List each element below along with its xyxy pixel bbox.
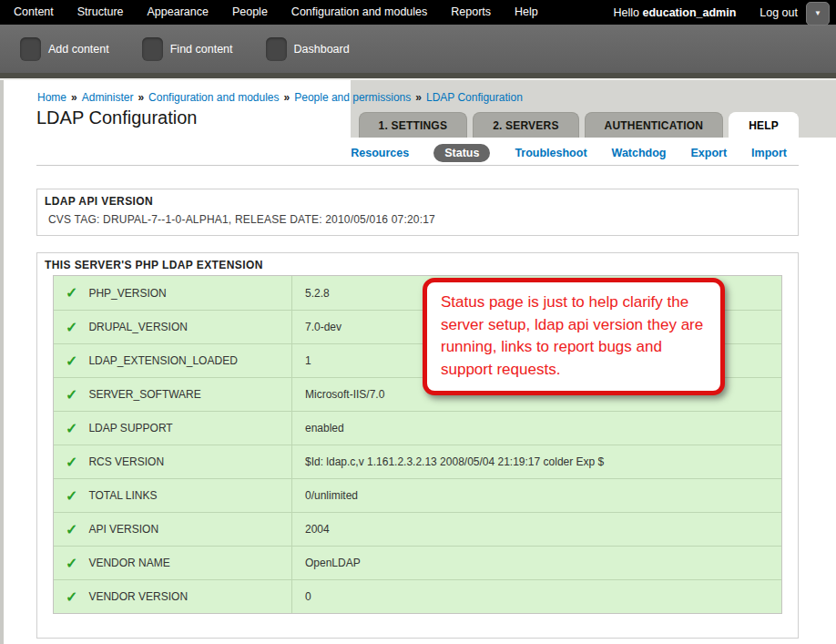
greeting: Hello education_admin (614, 6, 737, 19)
section-title: LDAP API VERSION (45, 195, 798, 208)
add-content-icon (20, 37, 41, 61)
cvs-tag-text: CVS TAG: DRUPAL-7--1-0-ALPHA1, RELEASE D… (48, 213, 798, 226)
shortcut-bar: Add content Find content Dashboard (0, 25, 836, 73)
breadcrumb-item: Configuration and modules» (148, 91, 294, 104)
check-icon: ✓ (66, 386, 77, 404)
admin-menu-item[interactable]: Structure (66, 0, 136, 25)
username: education_admin (642, 6, 736, 19)
admin-menu-item[interactable]: People (220, 0, 280, 25)
ldap-api-version-section: LDAP API VERSION CVS TAG: DRUPAL-7--1-0-… (36, 189, 799, 236)
table-row: ✓ API VERSION 2004 (54, 512, 781, 546)
secondary-tabs: ResourcesStatusTroubleshootWatchdogExpor… (351, 144, 787, 162)
primary-tab[interactable]: 1. SETTINGS (359, 112, 468, 138)
row-value: enabled (292, 422, 781, 434)
table-row: ✓ VENDOR VERSION 0 (54, 579, 781, 613)
chevron-down-icon: ▼ (814, 10, 821, 17)
admin-menu-item[interactable]: Configuration and modules (280, 0, 439, 25)
row-label: TOTAL LINKS (88, 489, 157, 502)
breadcrumb: Home»Administer»Configuration and module… (37, 91, 523, 104)
row-label: RCS VERSION (88, 455, 164, 468)
breadcrumb-link[interactable]: Home (37, 91, 66, 104)
check-icon: ✓ (66, 319, 77, 336)
page-title: LDAP Configuration (36, 107, 197, 128)
screen: ContentStructureAppearancePeopleConfigur… (0, 0, 836, 644)
shortcut-item[interactable]: Add content (20, 37, 109, 61)
primary-tab[interactable]: 2. SERVERS (473, 112, 578, 138)
secondary-tab[interactable]: Resources (351, 147, 409, 159)
breadcrumb-item: Home» (37, 91, 82, 104)
check-icon: ✓ (66, 555, 77, 572)
table-label-cell: ✓ TOTAL LINKS (54, 479, 292, 512)
breadcrumb-link[interactable]: Administer (82, 91, 134, 104)
page-content: Home»Administer»Configuration and module… (0, 80, 836, 644)
table-row: ✓ RCS VERSION $Id: ldap.c,v 1.161.2.3.2.… (54, 445, 781, 478)
admin-menu-item[interactable]: Help (503, 0, 550, 25)
check-icon: ✓ (66, 454, 77, 471)
find-content-icon (142, 37, 163, 61)
toolbar-toggle-button[interactable]: ▼ (806, 2, 830, 26)
toolbar-bottom-edge (0, 73, 836, 80)
breadcrumb-separator: » (138, 91, 144, 104)
secondary-tab[interactable]: Troubleshoot (515, 147, 586, 159)
greeting-prefix: Hello (614, 6, 640, 19)
admin-menu-item[interactable]: Reports (439, 0, 503, 25)
primary-tab[interactable]: AUTHENTICATION (585, 112, 724, 138)
tabs-divider (36, 165, 799, 166)
admin-menu-bar: ContentStructureAppearancePeopleConfigur… (0, 0, 836, 25)
secondary-tab[interactable]: Export (691, 147, 728, 159)
breadcrumb-item: People and permissions» (294, 91, 426, 104)
row-value: OpenLDAP (292, 557, 781, 569)
table-label-cell: ✓ SERVER_SOFTWARE (54, 378, 292, 411)
row-label: LDAP_EXTENSION_LOADED (88, 354, 237, 367)
breadcrumb-item: Administer» (82, 91, 148, 104)
breadcrumb-link[interactable]: LDAP Configuration (426, 91, 523, 104)
row-label: VENDOR VERSION (88, 590, 188, 603)
check-icon: ✓ (66, 588, 77, 606)
secondary-tab[interactable]: Watchdog (612, 147, 667, 159)
row-value: 2004 (292, 523, 781, 536)
secondary-tab[interactable]: Import (751, 147, 787, 159)
admin-menu: ContentStructureAppearancePeopleConfigur… (0, 0, 550, 25)
row-label: DRUPAL_VERSION (88, 321, 187, 333)
table-label-cell: ✓ PHP_VERSION (54, 276, 292, 310)
check-icon: ✓ (66, 521, 77, 538)
table-row: ✓ TOTAL LINKS 0/unlimited (54, 478, 781, 512)
admin-menu-item[interactable]: Content (2, 0, 66, 25)
logout-link[interactable]: Log out (760, 6, 798, 19)
table-label-cell: ✓ LDAP_EXTENSION_LOADED (54, 344, 292, 377)
row-label: VENDOR NAME (88, 557, 169, 569)
table-label-cell: ✓ VENDOR VERSION (54, 580, 292, 613)
breadcrumb-separator: » (284, 91, 291, 104)
breadcrumb-separator: » (415, 91, 422, 104)
admin-bar-account: Hello education_admin Log out (614, 6, 836, 19)
admin-menu-item[interactable]: Appearance (136, 0, 220, 25)
table-row: ✓ VENDOR NAME OpenLDAP (54, 546, 781, 579)
shortcut-item[interactable]: Dashboard (266, 37, 350, 61)
row-label: LDAP SUPPORT (88, 422, 172, 434)
annotation-callout: Status page is just to help clarify the … (423, 278, 725, 395)
check-icon: ✓ (66, 284, 77, 302)
shortcut-item[interactable]: Find content (142, 37, 233, 61)
row-value: 0 (292, 590, 781, 603)
check-icon: ✓ (66, 487, 77, 505)
table-label-cell: ✓ DRUPAL_VERSION (54, 311, 292, 343)
row-label: PHP_VERSION (88, 287, 166, 300)
table-label-cell: ✓ LDAP SUPPORT (54, 412, 292, 445)
secondary-tab[interactable]: Status (433, 144, 490, 162)
shortcut-label: Add content (48, 43, 109, 56)
table-label-cell: ✓ API VERSION (54, 513, 292, 546)
row-label: SERVER_SOFTWARE (88, 388, 200, 401)
row-label: API VERSION (88, 523, 158, 536)
check-icon: ✓ (66, 420, 77, 437)
table-label-cell: ✓ VENDOR NAME (54, 547, 292, 579)
shortcut-label: Dashboard (294, 43, 350, 56)
dashboard-icon (266, 37, 287, 61)
table-label-cell: ✓ RCS VERSION (54, 445, 292, 478)
row-value: 0/unlimited (292, 489, 781, 502)
breadcrumb-link[interactable]: People and permissions (294, 91, 411, 104)
row-value: $Id: ldap.c,v 1.161.2.3.2.13 2008/05/04 … (292, 455, 781, 468)
breadcrumb-link[interactable]: Configuration and modules (148, 91, 279, 104)
primary-tabs: 1. SETTINGS2. SERVERSAUTHENTICATIONHELP (359, 112, 799, 138)
table-row: ✓ LDAP SUPPORT enabled (54, 411, 781, 445)
primary-tab[interactable]: HELP (729, 112, 799, 138)
